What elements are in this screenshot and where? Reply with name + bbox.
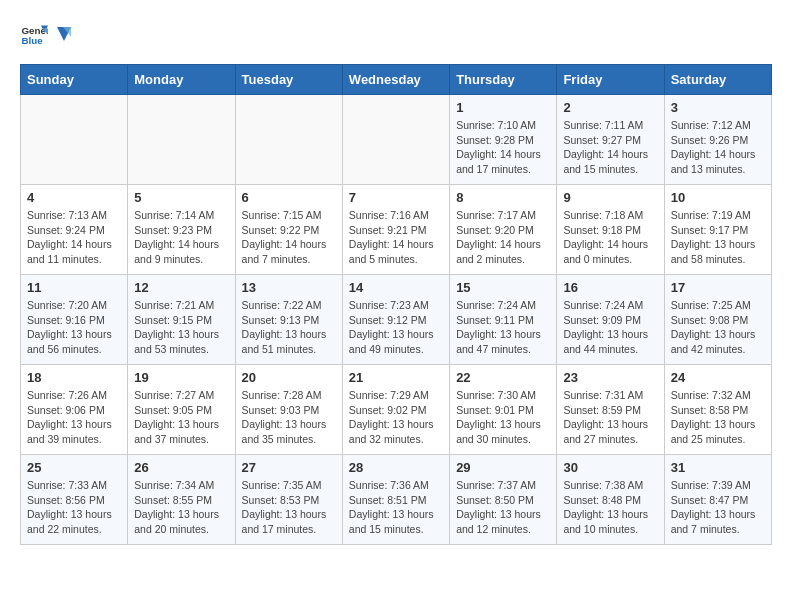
day-number: 20	[242, 370, 336, 385]
day-number: 28	[349, 460, 443, 475]
calendar-cell: 23Sunrise: 7:31 AM Sunset: 8:59 PM Dayli…	[557, 365, 664, 455]
day-info: Sunrise: 7:11 AM Sunset: 9:27 PM Dayligh…	[563, 118, 657, 177]
header-day-wednesday: Wednesday	[342, 65, 449, 95]
day-number: 7	[349, 190, 443, 205]
day-number: 23	[563, 370, 657, 385]
day-number: 29	[456, 460, 550, 475]
day-info: Sunrise: 7:30 AM Sunset: 9:01 PM Dayligh…	[456, 388, 550, 447]
calendar-cell	[235, 95, 342, 185]
day-number: 16	[563, 280, 657, 295]
calendar-cell: 29Sunrise: 7:37 AM Sunset: 8:50 PM Dayli…	[450, 455, 557, 545]
calendar-cell: 16Sunrise: 7:24 AM Sunset: 9:09 PM Dayli…	[557, 275, 664, 365]
calendar-week-4: 18Sunrise: 7:26 AM Sunset: 9:06 PM Dayli…	[21, 365, 772, 455]
day-info: Sunrise: 7:31 AM Sunset: 8:59 PM Dayligh…	[563, 388, 657, 447]
calendar-week-5: 25Sunrise: 7:33 AM Sunset: 8:56 PM Dayli…	[21, 455, 772, 545]
day-number: 10	[671, 190, 765, 205]
day-info: Sunrise: 7:13 AM Sunset: 9:24 PM Dayligh…	[27, 208, 121, 267]
day-number: 15	[456, 280, 550, 295]
day-number: 27	[242, 460, 336, 475]
calendar-cell: 2Sunrise: 7:11 AM Sunset: 9:27 PM Daylig…	[557, 95, 664, 185]
day-info: Sunrise: 7:10 AM Sunset: 9:28 PM Dayligh…	[456, 118, 550, 177]
calendar-cell: 7Sunrise: 7:16 AM Sunset: 9:21 PM Daylig…	[342, 185, 449, 275]
day-info: Sunrise: 7:34 AM Sunset: 8:55 PM Dayligh…	[134, 478, 228, 537]
day-number: 21	[349, 370, 443, 385]
calendar-cell: 25Sunrise: 7:33 AM Sunset: 8:56 PM Dayli…	[21, 455, 128, 545]
calendar-cell: 22Sunrise: 7:30 AM Sunset: 9:01 PM Dayli…	[450, 365, 557, 455]
day-info: Sunrise: 7:32 AM Sunset: 8:58 PM Dayligh…	[671, 388, 765, 447]
logo: General Blue	[20, 20, 75, 48]
calendar-cell: 8Sunrise: 7:17 AM Sunset: 9:20 PM Daylig…	[450, 185, 557, 275]
day-number: 12	[134, 280, 228, 295]
calendar-cell: 12Sunrise: 7:21 AM Sunset: 9:15 PM Dayli…	[128, 275, 235, 365]
calendar-cell: 14Sunrise: 7:23 AM Sunset: 9:12 PM Dayli…	[342, 275, 449, 365]
day-number: 11	[27, 280, 121, 295]
calendar-cell: 1Sunrise: 7:10 AM Sunset: 9:28 PM Daylig…	[450, 95, 557, 185]
day-number: 31	[671, 460, 765, 475]
calendar-cell: 21Sunrise: 7:29 AM Sunset: 9:02 PM Dayli…	[342, 365, 449, 455]
day-info: Sunrise: 7:15 AM Sunset: 9:22 PM Dayligh…	[242, 208, 336, 267]
day-info: Sunrise: 7:14 AM Sunset: 9:23 PM Dayligh…	[134, 208, 228, 267]
day-number: 2	[563, 100, 657, 115]
day-info: Sunrise: 7:26 AM Sunset: 9:06 PM Dayligh…	[27, 388, 121, 447]
day-number: 17	[671, 280, 765, 295]
calendar-cell	[342, 95, 449, 185]
day-number: 26	[134, 460, 228, 475]
day-number: 4	[27, 190, 121, 205]
day-number: 22	[456, 370, 550, 385]
day-number: 18	[27, 370, 121, 385]
calendar-cell: 5Sunrise: 7:14 AM Sunset: 9:23 PM Daylig…	[128, 185, 235, 275]
logo-arrow-icon	[53, 23, 75, 45]
svg-text:Blue: Blue	[21, 35, 43, 46]
header-day-thursday: Thursday	[450, 65, 557, 95]
day-info: Sunrise: 7:20 AM Sunset: 9:16 PM Dayligh…	[27, 298, 121, 357]
day-number: 6	[242, 190, 336, 205]
day-number: 19	[134, 370, 228, 385]
day-number: 5	[134, 190, 228, 205]
calendar-week-1: 1Sunrise: 7:10 AM Sunset: 9:28 PM Daylig…	[21, 95, 772, 185]
calendar-cell: 10Sunrise: 7:19 AM Sunset: 9:17 PM Dayli…	[664, 185, 771, 275]
calendar-cell: 4Sunrise: 7:13 AM Sunset: 9:24 PM Daylig…	[21, 185, 128, 275]
calendar-cell: 13Sunrise: 7:22 AM Sunset: 9:13 PM Dayli…	[235, 275, 342, 365]
day-number: 9	[563, 190, 657, 205]
day-info: Sunrise: 7:21 AM Sunset: 9:15 PM Dayligh…	[134, 298, 228, 357]
day-info: Sunrise: 7:28 AM Sunset: 9:03 PM Dayligh…	[242, 388, 336, 447]
page-header: General Blue	[20, 20, 772, 48]
day-info: Sunrise: 7:22 AM Sunset: 9:13 PM Dayligh…	[242, 298, 336, 357]
day-info: Sunrise: 7:39 AM Sunset: 8:47 PM Dayligh…	[671, 478, 765, 537]
header-day-saturday: Saturday	[664, 65, 771, 95]
calendar-cell: 31Sunrise: 7:39 AM Sunset: 8:47 PM Dayli…	[664, 455, 771, 545]
calendar-week-2: 4Sunrise: 7:13 AM Sunset: 9:24 PM Daylig…	[21, 185, 772, 275]
calendar-cell: 9Sunrise: 7:18 AM Sunset: 9:18 PM Daylig…	[557, 185, 664, 275]
day-number: 14	[349, 280, 443, 295]
day-info: Sunrise: 7:12 AM Sunset: 9:26 PM Dayligh…	[671, 118, 765, 177]
header-day-friday: Friday	[557, 65, 664, 95]
calendar-cell: 20Sunrise: 7:28 AM Sunset: 9:03 PM Dayli…	[235, 365, 342, 455]
day-number: 30	[563, 460, 657, 475]
header-day-sunday: Sunday	[21, 65, 128, 95]
calendar-cell: 3Sunrise: 7:12 AM Sunset: 9:26 PM Daylig…	[664, 95, 771, 185]
calendar-header-row: SundayMondayTuesdayWednesdayThursdayFrid…	[21, 65, 772, 95]
day-info: Sunrise: 7:23 AM Sunset: 9:12 PM Dayligh…	[349, 298, 443, 357]
day-info: Sunrise: 7:16 AM Sunset: 9:21 PM Dayligh…	[349, 208, 443, 267]
calendar-week-3: 11Sunrise: 7:20 AM Sunset: 9:16 PM Dayli…	[21, 275, 772, 365]
day-number: 8	[456, 190, 550, 205]
day-info: Sunrise: 7:37 AM Sunset: 8:50 PM Dayligh…	[456, 478, 550, 537]
calendar-cell: 30Sunrise: 7:38 AM Sunset: 8:48 PM Dayli…	[557, 455, 664, 545]
day-info: Sunrise: 7:25 AM Sunset: 9:08 PM Dayligh…	[671, 298, 765, 357]
day-info: Sunrise: 7:24 AM Sunset: 9:11 PM Dayligh…	[456, 298, 550, 357]
calendar-cell: 27Sunrise: 7:35 AM Sunset: 8:53 PM Dayli…	[235, 455, 342, 545]
day-info: Sunrise: 7:17 AM Sunset: 9:20 PM Dayligh…	[456, 208, 550, 267]
calendar-cell	[21, 95, 128, 185]
day-info: Sunrise: 7:36 AM Sunset: 8:51 PM Dayligh…	[349, 478, 443, 537]
calendar-cell: 6Sunrise: 7:15 AM Sunset: 9:22 PM Daylig…	[235, 185, 342, 275]
day-info: Sunrise: 7:19 AM Sunset: 9:17 PM Dayligh…	[671, 208, 765, 267]
calendar-cell: 15Sunrise: 7:24 AM Sunset: 9:11 PM Dayli…	[450, 275, 557, 365]
day-number: 3	[671, 100, 765, 115]
day-number: 13	[242, 280, 336, 295]
calendar-cell: 17Sunrise: 7:25 AM Sunset: 9:08 PM Dayli…	[664, 275, 771, 365]
calendar-cell: 19Sunrise: 7:27 AM Sunset: 9:05 PM Dayli…	[128, 365, 235, 455]
day-info: Sunrise: 7:29 AM Sunset: 9:02 PM Dayligh…	[349, 388, 443, 447]
logo-icon: General Blue	[20, 20, 48, 48]
day-info: Sunrise: 7:33 AM Sunset: 8:56 PM Dayligh…	[27, 478, 121, 537]
day-info: Sunrise: 7:24 AM Sunset: 9:09 PM Dayligh…	[563, 298, 657, 357]
